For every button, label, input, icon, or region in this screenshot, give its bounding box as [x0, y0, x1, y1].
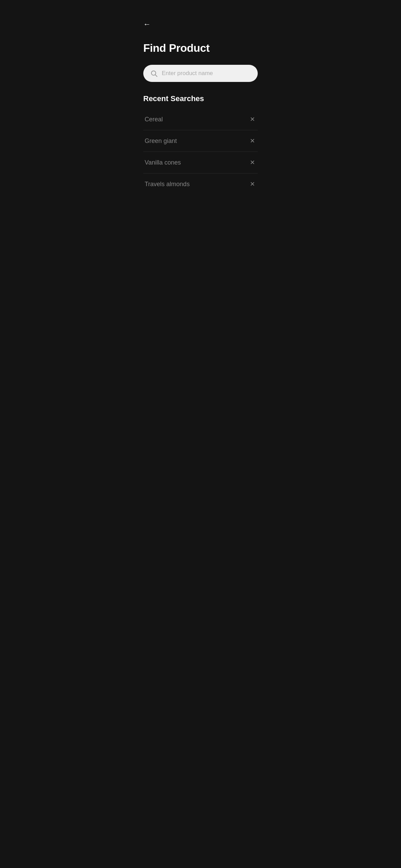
recent-searches-list: Cereal ✕ Green giant ✕ Vanilla cones ✕ T… — [143, 109, 258, 195]
list-item[interactable]: Cereal ✕ — [143, 109, 258, 130]
recent-searches-section: Recent Searches Cereal ✕ Green giant ✕ V… — [143, 94, 258, 195]
search-icon — [150, 70, 158, 77]
screen: ← Find Product Recent Searches Cereal ✕ … — [134, 0, 267, 868]
remove-button[interactable]: ✕ — [248, 180, 256, 189]
close-icon: ✕ — [250, 159, 255, 166]
back-button[interactable]: ← — [143, 21, 151, 28]
page-title: Find Product — [143, 42, 258, 55]
close-icon: ✕ — [250, 116, 255, 122]
back-arrow-icon: ← — [143, 21, 151, 28]
recent-item-label: Vanilla cones — [145, 159, 181, 166]
recent-item-label: Cereal — [145, 116, 163, 123]
recent-item-label: Green giant — [145, 137, 177, 145]
list-item[interactable]: Vanilla cones ✕ — [143, 152, 258, 173]
svg-line-1 — [155, 75, 157, 76]
remove-button[interactable]: ✕ — [248, 115, 256, 124]
close-icon: ✕ — [250, 181, 255, 187]
remove-button[interactable]: ✕ — [248, 136, 256, 145]
remove-button[interactable]: ✕ — [248, 158, 256, 167]
search-input[interactable] — [162, 70, 251, 77]
recent-searches-title: Recent Searches — [143, 94, 258, 103]
recent-item-label: Travels almonds — [145, 181, 190, 188]
search-bar[interactable] — [143, 65, 258, 82]
close-icon: ✕ — [250, 138, 255, 144]
list-item[interactable]: Travels almonds ✕ — [143, 173, 258, 195]
list-item[interactable]: Green giant ✕ — [143, 130, 258, 152]
